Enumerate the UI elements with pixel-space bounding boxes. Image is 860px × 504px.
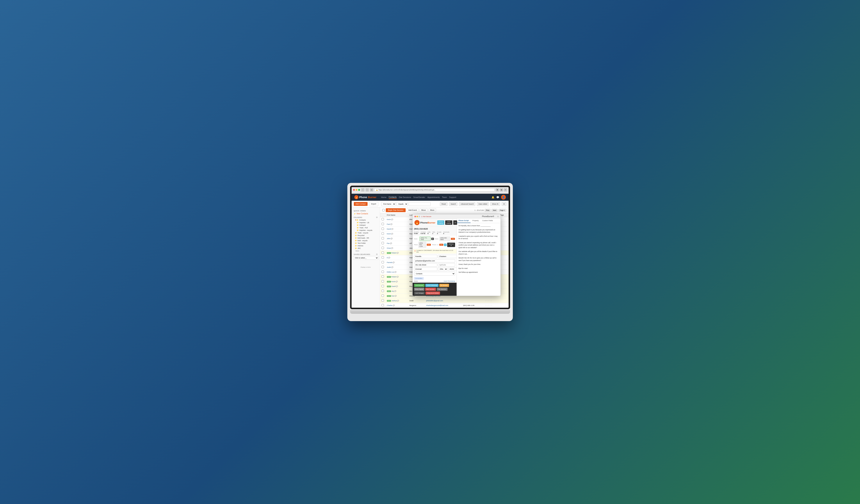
zip-input[interactable] (448, 267, 457, 271)
folders-gear-icon[interactable]: ⚙ (376, 216, 378, 218)
first-name-select[interactable]: First Name (381, 202, 396, 206)
insert-timestamp-button[interactable]: Insert Timestamp (444, 280, 455, 282)
leave-voicemail-button[interactable]: Leave Voicemail (425, 284, 439, 287)
row-checkbox[interactable] (382, 275, 384, 278)
begin-dial-session-button[interactable]: Begin Dial-Session (386, 208, 406, 212)
add-contact-button[interactable]: Add Contact (354, 202, 368, 206)
address-bar[interactable]: 🔒 https://phoneburner.com/cm/index#param… (374, 188, 494, 191)
add-event-button[interactable]: Add Event (407, 208, 418, 212)
actions-button[interactable]: Actions ▼ (447, 243, 455, 247)
back-button[interactable]: ‹ (361, 188, 364, 191)
dial-button-3[interactable]: Dial (427, 244, 431, 246)
just-hangup-button[interactable]: Just Hangup (414, 291, 425, 294)
row-checkbox[interactable] (382, 285, 384, 287)
nav-contacts[interactable]: Contacts (389, 196, 397, 199)
forward-button[interactable]: › (366, 188, 369, 191)
row-checkbox[interactable] (382, 232, 384, 235)
row-checkbox[interactable] (382, 251, 384, 254)
nav-home[interactable]: Home (381, 196, 386, 199)
busy-signal-button[interactable]: Busy Signal (414, 288, 425, 291)
user-avatar[interactable]: 👤 (501, 195, 506, 200)
advanced-search-button[interactable]: Advanced Search (459, 202, 475, 206)
contact-first-name[interactable]: Charles (387, 305, 392, 306)
email-input[interactable] (414, 259, 455, 262)
folder-bulk-leads[interactable]: 📁 Bulk leads - RR (352, 237, 380, 239)
row-checkbox[interactable] (382, 280, 384, 283)
contact-first-name[interactable]: John (387, 237, 390, 240)
contact-first-name[interactable]: Pau (387, 242, 390, 244)
settings-button[interactable]: ⚙ (502, 202, 506, 206)
city-input[interactable] (414, 267, 437, 271)
search-button[interactable]: Search (449, 202, 458, 206)
row-checkbox[interactable] (382, 261, 384, 263)
dial-button-1[interactable]: ● (431, 237, 434, 240)
contact-first-name[interactable]: Dan (391, 295, 395, 297)
pause-dialing-button[interactable]: Pause Dialing (437, 220, 444, 225)
end-dialing-button[interactable]: End Dialing (445, 220, 452, 225)
saved-search-select[interactable]: Click to select _ (353, 256, 378, 260)
folders-more-button[interactable]: More (352, 249, 380, 252)
contact-first-name[interactable]: David (391, 286, 396, 287)
tab-property[interactable]: Property (471, 218, 481, 223)
search-input[interactable] (408, 202, 431, 206)
row-checkbox[interactable] (382, 247, 384, 249)
contact-first-name[interactable]: David (387, 228, 391, 230)
folder-select[interactable]: Contacts (414, 272, 455, 275)
row-checkbox[interactable] (382, 266, 384, 268)
contact-first-name[interactable]: Paul (387, 223, 390, 225)
folder-contacts[interactable]: ▼📁 Contacts (352, 219, 380, 221)
folder-jrc[interactable]: 📁 JRC (352, 247, 380, 249)
row-checkbox[interactable] (382, 290, 384, 292)
date-added-button[interactable]: Date Added (477, 202, 489, 206)
first-name-input[interactable] (414, 255, 437, 258)
row-checkbox[interactable] (382, 228, 384, 230)
folder-trials-recycle[interactable]: 📁 Trials - recycle (352, 232, 380, 234)
maximize-button[interactable] (358, 189, 360, 191)
add-phone-button[interactable]: + (444, 244, 447, 246)
folder-trials-pull[interactable]: 📁 Trials - Pull (352, 227, 380, 229)
col-first-name[interactable]: First Name (385, 213, 408, 217)
last-name-input[interactable] (438, 255, 457, 258)
contact-email[interactable]: jshdodd91@gmail.com (426, 300, 443, 302)
folder-bulk-recycle[interactable]: 📁 Bulk - recycle (352, 239, 380, 242)
more-button[interactable]: More (429, 208, 436, 212)
contact-first-name[interactable]: D (387, 257, 388, 259)
row-checkbox[interactable] (382, 294, 384, 297)
contact-first-name[interactable]: Joshua (391, 300, 397, 302)
star-rating[interactable]: ☆☆☆☆☆ (485, 305, 492, 306)
dial-maximize-button[interactable] (418, 216, 420, 217)
dial-close-button[interactable] (414, 216, 416, 217)
folder-test[interactable]: 📁 Test Folder (352, 242, 380, 244)
tab-phone-script[interactable]: Phone Script (457, 218, 471, 223)
row-checkbox[interactable] (382, 256, 384, 259)
nav-appointments[interactable]: Appointments (427, 196, 440, 199)
prev-button[interactable]: Prev (485, 209, 491, 212)
live-answer-button[interactable]: Live Answer (414, 284, 425, 287)
contact-first-name[interactable]: Robert (391, 276, 397, 278)
contact-first-name[interactable]: Kevin (387, 218, 391, 220)
row-checkbox[interactable] (382, 304, 384, 306)
folder-hebrew[interactable]: 📁 Hebrew (352, 244, 380, 247)
nav-dial-sessions[interactable]: Dial Sessions (399, 196, 411, 199)
next-button[interactable]: Next (491, 209, 498, 212)
notifications-icon[interactable]: 🔔 (491, 196, 494, 199)
minimize-button[interactable] (356, 189, 357, 191)
row-checkbox[interactable] (382, 223, 384, 225)
bad-number-button[interactable]: Bad Number (425, 288, 436, 291)
row-checkbox[interactable] (382, 299, 384, 302)
row-checkbox[interactable] (382, 237, 384, 240)
new-tab-button[interactable]: + (504, 188, 507, 191)
move-button[interactable]: Move (420, 208, 427, 212)
nav-smart-sender[interactable]: SmartSender (413, 196, 425, 199)
select-all-checkbox[interactable] (382, 209, 385, 211)
state-select[interactable]: Ohio (438, 267, 447, 271)
row-checkbox[interactable] (382, 218, 384, 220)
contact-first-name[interactable]: Eddie Lou (387, 271, 395, 273)
no-answer-button[interactable]: No Answer (439, 284, 449, 287)
contact-first-name[interactable]: Pamela (387, 262, 392, 263)
reset-button[interactable]: Reset (440, 202, 447, 206)
contact-first-name[interactable]: Kevin (387, 233, 391, 235)
chat-icon[interactable]: 💬 (496, 196, 499, 199)
view-button[interactable]: ⊞ (370, 188, 373, 191)
fax-machine-button[interactable]: Fax Machine (437, 288, 448, 291)
